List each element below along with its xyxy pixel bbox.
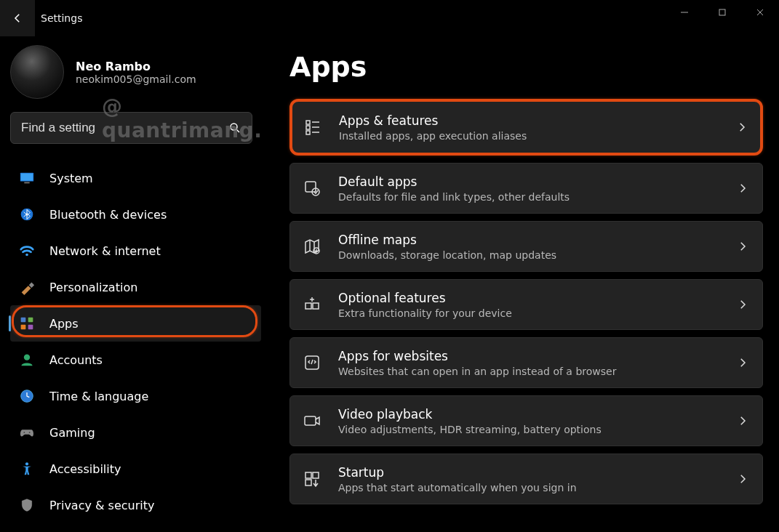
svg-rect-3 xyxy=(21,174,33,181)
chevron-right-icon xyxy=(736,472,749,485)
video-playback-icon xyxy=(303,412,321,430)
sidebar-item-label: Accounts xyxy=(49,353,103,367)
optional-features-icon xyxy=(303,296,321,313)
svg-point-14 xyxy=(23,432,25,433)
card-startup[interactable]: Startup Apps that start automatically wh… xyxy=(289,454,763,504)
startup-icon xyxy=(303,470,321,488)
time-language-icon xyxy=(19,388,35,404)
svg-point-15 xyxy=(29,432,31,433)
avatar xyxy=(10,45,64,99)
sidebar-item-bluetooth[interactable]: Bluetooth & devices xyxy=(10,196,261,233)
card-title: Offline maps xyxy=(338,232,719,248)
apps-features-icon xyxy=(304,118,321,136)
card-title: Default apps xyxy=(338,174,719,190)
sidebar-item-label: Accessibility xyxy=(49,462,121,476)
svg-point-1 xyxy=(231,124,237,130)
sidebar-item-network[interactable]: Network & internet xyxy=(10,233,261,269)
gaming-icon xyxy=(19,424,35,440)
card-subtitle: Websites that can open in an app instead… xyxy=(338,366,719,377)
offline-maps-icon xyxy=(303,238,321,255)
card-optional-features[interactable]: Optional features Extra functionality fo… xyxy=(289,279,763,330)
card-subtitle: Installed apps, app execution aliases xyxy=(339,130,718,142)
svg-rect-19 xyxy=(306,131,310,134)
close-button[interactable] xyxy=(741,0,779,25)
sidebar-item-accounts[interactable]: Accounts xyxy=(10,342,261,378)
bluetooth-icon xyxy=(19,206,35,222)
personalization-icon xyxy=(19,279,35,295)
card-subtitle: Extra functionality for your device xyxy=(338,307,719,319)
sidebar-item-accessibility[interactable]: Accessibility xyxy=(10,451,261,487)
card-apps-features[interactable]: Apps & features Installed apps, app exec… xyxy=(289,99,763,156)
svg-rect-17 xyxy=(306,121,310,124)
chevron-right-icon xyxy=(736,356,749,369)
svg-point-16 xyxy=(25,462,28,465)
card-default-apps[interactable]: Default apps Defaults for file and link … xyxy=(289,163,763,214)
card-offline-maps[interactable]: Offline maps Downloads, storage location… xyxy=(289,221,763,272)
chevron-right-icon xyxy=(736,182,749,195)
title-bar: Settings xyxy=(0,0,779,36)
settings-card-list: Apps & features Installed apps, app exec… xyxy=(289,99,763,504)
nav-list: System Bluetooth & devices Network & int… xyxy=(10,160,261,523)
window-title: Settings xyxy=(41,12,82,24)
card-video-playback[interactable]: Video playback Video adjustments, HDR st… xyxy=(289,395,763,446)
back-button[interactable] xyxy=(0,0,35,36)
card-subtitle: Apps that start automatically when you s… xyxy=(338,482,719,493)
sidebar-item-label: Personalization xyxy=(49,281,137,294)
card-subtitle: Downloads, storage location, map updates xyxy=(338,249,719,261)
search-box[interactable] xyxy=(10,112,252,144)
user-name: Neo Rambo xyxy=(76,60,196,73)
svg-rect-28 xyxy=(313,472,319,478)
search-input[interactable] xyxy=(21,121,228,135)
main-content: Apps Apps & features Installed apps, app… xyxy=(262,36,779,532)
sidebar-item-label: Apps xyxy=(49,317,79,331)
svg-rect-24 xyxy=(313,303,319,309)
sidebar-item-label: Gaming xyxy=(49,426,95,440)
sidebar-item-personalization[interactable]: Personalization xyxy=(10,269,261,305)
accounts-icon xyxy=(19,352,35,368)
sidebar-item-gaming[interactable]: Gaming xyxy=(10,414,261,451)
svg-rect-4 xyxy=(24,182,29,184)
sidebar-item-label: Bluetooth & devices xyxy=(49,208,167,222)
minimize-button[interactable] xyxy=(666,0,703,25)
card-title: Apps for websites xyxy=(338,348,719,364)
card-subtitle: Video adjustments, HDR streaming, batter… xyxy=(338,424,719,435)
card-subtitle: Defaults for file and link types, other … xyxy=(338,191,719,203)
default-apps-icon xyxy=(303,180,321,197)
svg-rect-10 xyxy=(28,325,33,330)
apps-icon xyxy=(19,315,35,331)
network-icon xyxy=(19,243,35,259)
card-apps-for-websites[interactable]: Apps for websites Websites that can open… xyxy=(289,337,763,388)
sidebar-item-label: Network & internet xyxy=(49,244,161,258)
svg-rect-18 xyxy=(306,126,310,129)
maximize-button[interactable] xyxy=(703,0,741,25)
sidebar-item-label: System xyxy=(49,172,93,185)
svg-point-6 xyxy=(25,254,28,257)
card-title: Apps & features xyxy=(339,113,718,129)
svg-rect-29 xyxy=(305,480,311,485)
svg-rect-26 xyxy=(305,416,316,425)
card-title: Startup xyxy=(338,464,719,480)
card-title: Video playback xyxy=(338,406,719,422)
sidebar-item-system[interactable]: System xyxy=(10,160,261,196)
window-controls xyxy=(666,0,779,25)
search-icon xyxy=(228,121,241,134)
user-email: neokim005@gmail.com xyxy=(76,73,196,85)
svg-rect-20 xyxy=(305,182,316,192)
svg-rect-9 xyxy=(21,325,26,330)
page-title: Apps xyxy=(289,51,763,83)
card-title: Optional features xyxy=(338,290,719,306)
profile-block[interactable]: Neo Rambo neokim005@gmail.com xyxy=(10,45,255,99)
sidebar-item-privacy[interactable]: Privacy & security xyxy=(10,487,261,523)
svg-rect-7 xyxy=(21,318,26,323)
sidebar-item-apps[interactable]: Apps xyxy=(10,305,261,342)
svg-rect-8 xyxy=(28,318,33,323)
sidebar-item-time-language[interactable]: Time & language xyxy=(10,378,261,414)
sidebar-item-label: Time & language xyxy=(49,390,148,403)
sidebar: Neo Rambo neokim005@gmail.com @ quantrim… xyxy=(0,36,262,532)
accessibility-icon xyxy=(19,461,35,477)
svg-rect-23 xyxy=(305,303,311,309)
chevron-right-icon xyxy=(736,240,749,253)
svg-rect-0 xyxy=(719,9,725,15)
chevron-right-icon xyxy=(736,414,749,427)
sidebar-item-label: Privacy & security xyxy=(49,499,154,512)
